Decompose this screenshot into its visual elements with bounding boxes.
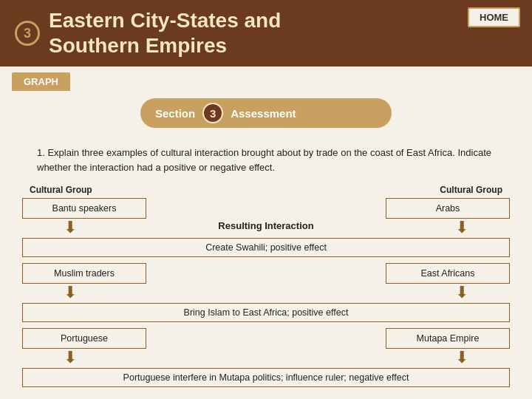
col-header-left: Cultural Group	[30, 185, 92, 195]
col-header-right: Cultural Group	[440, 185, 502, 195]
section-label: Section	[155, 107, 195, 120]
section-number-badge: 3	[15, 21, 40, 46]
section-number: 3	[202, 103, 223, 123]
interaction-row-3: Portuguese Mutapa Empire ⬇ ⬇ Portuguese …	[22, 328, 510, 387]
result-2: Bring Islam to East Africa; positive eff…	[22, 303, 510, 322]
column-headers: Cultural Group Cultural Group	[22, 185, 510, 195]
right-group-1: Arabs	[386, 198, 510, 219]
arrow-down-right-1: ⬇	[455, 219, 468, 236]
result-3: Portuguese interfere in Mutapa politics;…	[22, 368, 510, 387]
arrow-down-left-3: ⬇	[64, 349, 77, 366]
page-header: 3 Eastern City-States and Southern Empir…	[0, 0, 532, 66]
page-title: Eastern City-States and Southern Empires	[49, 8, 281, 58]
right-group-2: East Africans	[386, 263, 510, 284]
arrow-down-left-1: ⬇	[64, 219, 77, 236]
left-group-2: Muslim traders	[22, 263, 146, 284]
arrow-down-left-2: ⬇	[64, 284, 77, 301]
home-button[interactable]: HOME	[468, 7, 520, 27]
left-group-1: Bantu speakers	[22, 198, 146, 219]
assessment-label: Assessment	[231, 107, 296, 120]
instructions-text: 1. Explain three examples of cultural in…	[22, 146, 510, 174]
interaction-row-1: Bantu speakers Arabs ⬇ Resulting Interac…	[22, 198, 510, 257]
graph-tab[interactable]: GRAPH	[12, 72, 70, 91]
arrow-down-right-2: ⬇	[455, 284, 468, 301]
resulting-label-1: Resulting Interaction	[218, 220, 313, 234]
right-group-3: Mutapa Empire	[386, 328, 510, 349]
result-1: Create Swahili; positive effect	[22, 238, 510, 257]
section-bar: Section 3 Assessment	[140, 98, 392, 128]
interaction-row-2: Muslim traders East Africans ⬇ ⬇ Bring I…	[22, 263, 510, 322]
arrow-down-right-3: ⬇	[455, 349, 468, 366]
content-area: Section 3 Assessment 1. Explain three ex…	[0, 91, 532, 399]
left-group-3: Portuguese	[22, 328, 146, 349]
interaction-diagram: Cultural Group Cultural Group Bantu spea…	[22, 185, 510, 387]
